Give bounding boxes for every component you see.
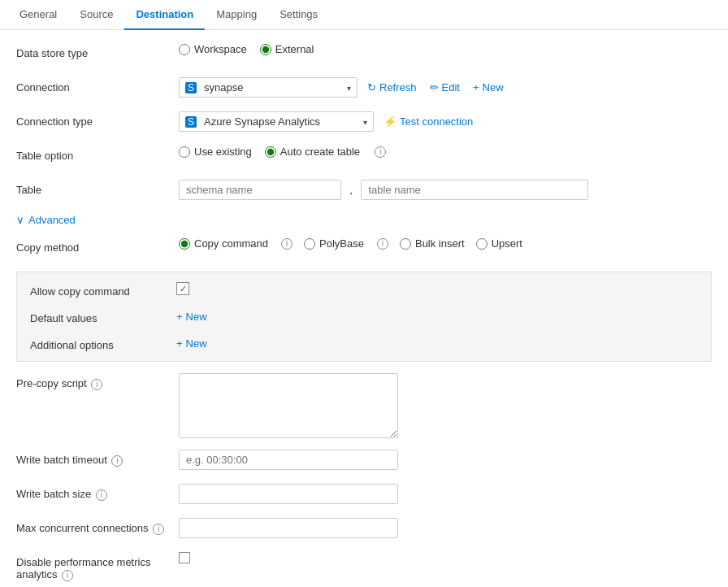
default-values-controls: + New bbox=[176, 309, 207, 324]
table-controls: . bbox=[179, 180, 712, 200]
radio-upsert-label: Upsert bbox=[492, 237, 522, 250]
write-batch-size-controls bbox=[179, 484, 712, 504]
schema-name-input[interactable] bbox=[179, 180, 341, 200]
additional-options-controls: + New bbox=[176, 336, 207, 351]
write-batch-size-info-icon: i bbox=[96, 489, 107, 501]
tab-settings[interactable]: Settings bbox=[268, 0, 329, 30]
advanced-expand-icon: ∨ bbox=[16, 214, 24, 226]
copy-method-controls: Copy command i PolyBase i Bulk insert Up… bbox=[179, 237, 712, 250]
radio-use-existing-label: Use existing bbox=[194, 146, 252, 158]
radio-auto-create-input[interactable] bbox=[265, 146, 276, 158]
radio-polybase-label: PolyBase bbox=[319, 237, 364, 250]
radio-copy-command-input[interactable] bbox=[179, 238, 190, 250]
tab-bar: General Source Destination Mapping Setti… bbox=[0, 0, 728, 30]
edit-button[interactable]: ✏ Edit bbox=[427, 80, 463, 95]
radio-auto-create[interactable]: Auto create table bbox=[265, 146, 360, 158]
copy-command-info-icon: i bbox=[281, 238, 292, 250]
radio-external-label: External bbox=[275, 43, 314, 55]
pre-copy-script-info-icon: i bbox=[91, 379, 102, 390]
write-batch-size-label: Write batch size i bbox=[16, 484, 179, 501]
radio-bulk-insert[interactable]: Bulk insert bbox=[400, 237, 465, 250]
connection-select[interactable]: synapse bbox=[179, 77, 358, 98]
radio-polybase-input[interactable] bbox=[304, 238, 315, 250]
test-conn-icon: ⚡ bbox=[384, 115, 396, 128]
table-label: Table bbox=[16, 180, 179, 196]
default-values-label: Default values bbox=[30, 309, 176, 324]
plus-icon-dv: + bbox=[176, 311, 183, 323]
max-concurrent-connections-label: Max concurrent connections i bbox=[16, 518, 179, 535]
radio-workspace-input[interactable] bbox=[179, 44, 190, 55]
additional-options-new-button[interactable]: + New bbox=[176, 336, 207, 351]
edit-label: Edit bbox=[442, 81, 460, 93]
write-batch-size-row: Write batch size i bbox=[16, 484, 712, 507]
write-batch-timeout-row: Write batch timeout i bbox=[16, 450, 712, 472]
radio-external-input[interactable] bbox=[260, 44, 271, 55]
polybase-info-icon: i bbox=[377, 238, 388, 250]
copy-method-row: Copy method Copy command i PolyBase i Bu… bbox=[16, 237, 712, 260]
tab-mapping[interactable]: Mapping bbox=[205, 0, 268, 30]
refresh-label: Refresh bbox=[379, 81, 417, 93]
table-option-label: Table option bbox=[16, 146, 179, 162]
connection-label: Connection bbox=[16, 77, 179, 93]
pre-copy-script-controls bbox=[179, 373, 712, 438]
connection-type-select[interactable]: Azure Synapse Analytics bbox=[179, 111, 374, 132]
tab-source[interactable]: Source bbox=[68, 0, 124, 30]
disable-performance-metrics-checkbox[interactable] bbox=[179, 552, 190, 563]
disable-performance-metrics-info-icon: i bbox=[62, 570, 73, 581]
test-connection-button[interactable]: ⚡ Test connection bbox=[380, 114, 476, 129]
data-store-type-label: Data store type bbox=[16, 43, 179, 59]
radio-auto-create-label: Auto create table bbox=[280, 146, 360, 158]
allow-copy-command-controls: ✓ bbox=[176, 282, 189, 295]
write-batch-size-label-text: Write batch size bbox=[16, 488, 91, 500]
plus-icon: + bbox=[473, 81, 479, 93]
radio-copy-command-label: Copy command bbox=[194, 237, 268, 250]
radio-upsert[interactable]: Upsert bbox=[476, 237, 522, 250]
disable-performance-metrics-row: Disable performance metrics analytics i bbox=[16, 552, 712, 581]
write-batch-timeout-controls bbox=[179, 450, 712, 470]
synapse-type-icon: S bbox=[185, 116, 197, 128]
radio-use-existing[interactable]: Use existing bbox=[179, 146, 252, 158]
tab-destination[interactable]: Destination bbox=[124, 0, 205, 30]
additional-options-row: Additional options + New bbox=[30, 336, 698, 351]
connection-controls: S synapse ▾ ↻ Refresh ✏ Edit + New bbox=[179, 77, 712, 98]
write-batch-size-input[interactable] bbox=[179, 484, 398, 504]
refresh-icon: ↻ bbox=[367, 81, 376, 93]
disable-performance-metrics-controls bbox=[179, 552, 712, 563]
radio-polybase[interactable]: PolyBase bbox=[304, 237, 364, 250]
synapse-icon: S bbox=[185, 82, 197, 93]
connection-type-row: Connection type S Azure Synapse Analytic… bbox=[16, 111, 712, 134]
tab-general[interactable]: General bbox=[8, 0, 68, 30]
pre-copy-script-label-text: Pre-copy script bbox=[16, 377, 87, 389]
connection-type-select-wrap: S Azure Synapse Analytics ▾ bbox=[179, 111, 374, 132]
copy-command-expanded-section: Allow copy command ✓ Default values + Ne… bbox=[16, 272, 712, 362]
advanced-toggle[interactable]: ∨ Advanced bbox=[16, 214, 712, 226]
new-button[interactable]: + New bbox=[470, 80, 507, 95]
radio-upsert-input[interactable] bbox=[476, 238, 488, 250]
max-concurrent-connections-label-text: Max concurrent connections bbox=[16, 522, 149, 534]
radio-copy-command[interactable]: Copy command bbox=[179, 237, 268, 250]
allow-copy-command-checkbox[interactable]: ✓ bbox=[176, 282, 189, 295]
pre-copy-script-textarea[interactable] bbox=[179, 373, 398, 438]
disable-performance-metrics-label: Disable performance metrics analytics i bbox=[16, 552, 179, 581]
default-values-new-button[interactable]: + New bbox=[176, 309, 207, 324]
form-body: Data store type Workspace External Conne… bbox=[0, 30, 728, 587]
table-name-input[interactable] bbox=[361, 180, 588, 200]
radio-bulk-insert-label: Bulk insert bbox=[415, 237, 465, 250]
additional-options-new-label: New bbox=[186, 337, 207, 350]
connection-select-wrap: S synapse ▾ bbox=[179, 77, 358, 98]
copy-method-label: Copy method bbox=[16, 237, 179, 254]
max-concurrent-connections-info-icon: i bbox=[153, 524, 164, 535]
radio-external[interactable]: External bbox=[260, 43, 314, 55]
default-values-row: Default values + New bbox=[30, 309, 698, 324]
edit-icon: ✏ bbox=[430, 81, 439, 93]
connection-type-label: Connection type bbox=[16, 111, 179, 128]
write-batch-timeout-input[interactable] bbox=[179, 450, 398, 470]
radio-bulk-insert-input[interactable] bbox=[400, 238, 411, 250]
radio-workspace[interactable]: Workspace bbox=[179, 43, 247, 55]
refresh-button[interactable]: ↻ Refresh bbox=[364, 80, 420, 95]
allow-copy-command-label: Allow copy command bbox=[30, 282, 176, 298]
max-concurrent-connections-input[interactable] bbox=[179, 518, 398, 538]
radio-use-existing-input[interactable] bbox=[179, 146, 190, 158]
pre-copy-script-row: Pre-copy script i bbox=[16, 373, 712, 438]
write-batch-timeout-label: Write batch timeout i bbox=[16, 450, 179, 467]
